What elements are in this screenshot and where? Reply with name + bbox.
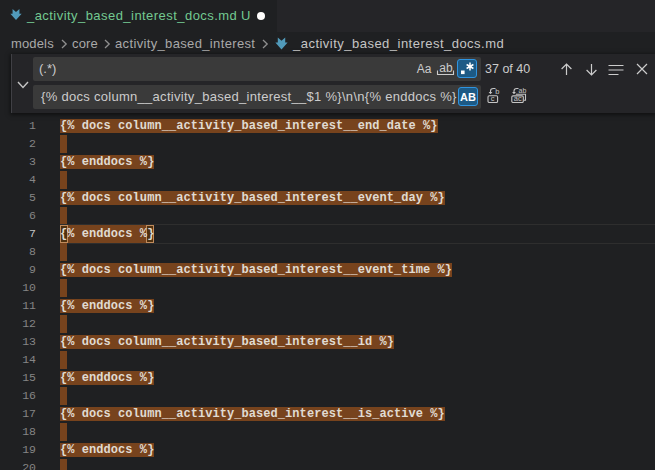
svg-text:c: c — [491, 94, 495, 103]
svg-text:b: b — [495, 87, 499, 96]
svg-text:ab: ab — [519, 87, 527, 94]
svg-text:ac: ac — [514, 94, 522, 103]
